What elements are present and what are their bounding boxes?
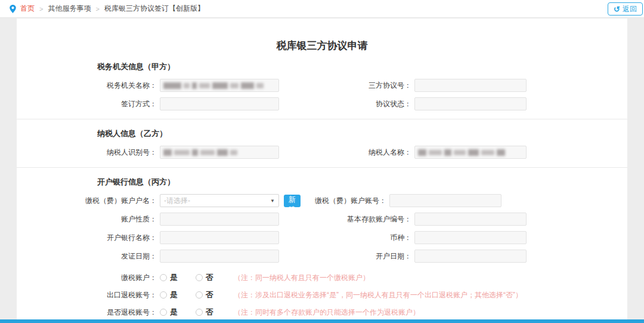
breadcrumb-separator: > bbox=[39, 5, 43, 13]
account-no-label: 缴税（费）账户账号： bbox=[254, 196, 389, 206]
agreement-status-label: 协议状态： bbox=[279, 99, 414, 109]
tax-authority-name-label: 税务机关名称： bbox=[73, 81, 160, 91]
taxpayer-name-label: 纳税人名称： bbox=[279, 147, 414, 158]
breadcrumb-separator: > bbox=[95, 5, 99, 13]
tax-account-yes-radio[interactable]: 是 bbox=[160, 272, 178, 283]
undo-arrow-icon: ↺ bbox=[614, 5, 620, 13]
taxpayer-name-input bbox=[414, 146, 527, 159]
currency-label: 币种： bbox=[279, 233, 414, 243]
basic-deposit-no-label: 基本存款账户编号： bbox=[279, 214, 414, 224]
main-panel: 税库银三方协议申请 税务机关信息（甲方） 税务机关名称： 三方协议号： 签订方式… bbox=[17, 19, 627, 319]
issue-date-label: 发证日期： bbox=[73, 251, 160, 262]
form-row: 税务机关名称： 三方协议号： bbox=[73, 79, 627, 92]
refund-account-note: （注：同时有多个存款账户的只能选择一个作为退税账户） bbox=[234, 307, 420, 318]
bottom-accent-bar bbox=[0, 319, 644, 323]
radio-icon[interactable] bbox=[196, 309, 203, 316]
section-divider bbox=[17, 167, 627, 168]
breadcrumb: 首页 > 其他服务事项 > 税库银三方协议签订【创新版】 bbox=[10, 4, 205, 14]
issue-date-input bbox=[160, 250, 279, 263]
sign-method-input bbox=[160, 97, 279, 110]
form-row: 纳税人识别号： 纳税人名称： bbox=[73, 146, 627, 159]
radio-row-refund-account: 是否退税账号： 是 否 （注：同时有多个存款账户的只能选择一个作为退税账户） bbox=[73, 307, 627, 318]
section-divider bbox=[17, 119, 627, 119]
refund-account-no-radio[interactable]: 否 bbox=[196, 307, 213, 318]
breadcrumb-other-services-link[interactable]: 其他服务事项 bbox=[48, 4, 91, 14]
basic-deposit-no-input bbox=[414, 213, 527, 226]
top-bar: 首页 > 其他服务事项 > 税库银三方协议签订【创新版】 ↺ 返回 bbox=[0, 0, 644, 18]
tax-account-label: 缴税账户： bbox=[73, 273, 160, 283]
form-row: 账户性质： 基本存款账户编号： bbox=[73, 213, 627, 226]
bank-name-label: 开户银行名称： bbox=[73, 233, 160, 243]
tax-account-no-radio[interactable]: 否 bbox=[196, 272, 213, 283]
radio-row-tax-account: 缴税账户： 是 否 （注：同一纳税人有且只有一个缴税账户） bbox=[73, 272, 627, 283]
radio-icon[interactable] bbox=[196, 291, 203, 299]
account-no-input bbox=[389, 194, 501, 207]
breadcrumb-home-link[interactable]: 首页 bbox=[20, 4, 35, 14]
form-row: 缴税（费）账户户名： -请选择- ▼ 新建 缴税（费）账户账号： bbox=[73, 194, 627, 207]
account-holder-label: 缴税（费）账户户名： bbox=[73, 196, 160, 206]
redacted-value bbox=[163, 149, 237, 156]
top-return-button[interactable]: ↺ 返回 bbox=[608, 2, 643, 16]
bank-name-input bbox=[160, 231, 279, 244]
location-pin-icon bbox=[10, 5, 16, 13]
agreement-no-label: 三方协议号： bbox=[279, 81, 414, 91]
tax-authority-name-input bbox=[160, 79, 279, 92]
radio-icon[interactable] bbox=[160, 291, 167, 299]
open-date-input bbox=[414, 250, 527, 263]
refund-account-yes-radio[interactable]: 是 bbox=[160, 307, 178, 318]
redacted-value bbox=[418, 149, 505, 156]
form-row: 开户银行名称： 币种： bbox=[73, 231, 627, 244]
section-title-taxpayer: 纳税人信息（乙方） bbox=[97, 128, 627, 139]
taxpayer-id-input bbox=[160, 146, 279, 159]
section-title-bank: 开户银行信息（丙方） bbox=[97, 177, 627, 187]
currency-input bbox=[414, 231, 527, 244]
radio-icon[interactable] bbox=[160, 274, 167, 281]
top-return-label: 返回 bbox=[623, 4, 637, 14]
agreement-status-input bbox=[414, 97, 527, 110]
page-title: 税库银三方协议申请 bbox=[17, 39, 627, 53]
radio-icon[interactable] bbox=[160, 309, 167, 316]
export-refund-yes-radio[interactable]: 是 bbox=[160, 290, 178, 300]
export-refund-label: 出口退税账号： bbox=[73, 290, 160, 300]
form-row: 签订方式： 协议状态： bbox=[73, 97, 627, 110]
section-title-tax-authority: 税务机关信息（甲方） bbox=[97, 61, 627, 72]
tax-account-note: （注：同一纳税人有且只有一个缴税账户） bbox=[234, 273, 370, 283]
agreement-no-input bbox=[414, 79, 527, 92]
radio-row-export-refund-account: 出口退税账号： 是 否 （注：涉及出口退税业务选择“是”，同一纳税人有且只有一个… bbox=[73, 290, 627, 300]
open-date-label: 开户日期： bbox=[279, 251, 414, 262]
refund-account-label: 是否退税账号： bbox=[73, 307, 160, 318]
export-refund-note: （注：涉及出口退税业务选择“是”，同一纳税人有且只有一个出口退税账户；其他选择“… bbox=[234, 290, 522, 300]
breadcrumb-current-page: 税库银三方协议签订【创新版】 bbox=[104, 4, 205, 14]
form-row: 发证日期： 开户日期： bbox=[73, 250, 627, 263]
sign-method-label: 签订方式： bbox=[73, 99, 160, 109]
export-refund-no-radio[interactable]: 否 bbox=[196, 290, 213, 300]
redacted-value bbox=[163, 82, 264, 89]
radio-icon[interactable] bbox=[196, 274, 203, 281]
account-nature-label: 账户性质： bbox=[73, 214, 160, 224]
account-nature-input bbox=[160, 213, 279, 226]
taxpayer-id-label: 纳税人识别号： bbox=[73, 147, 160, 158]
account-holder-selected-value: -请选择- bbox=[164, 196, 190, 206]
